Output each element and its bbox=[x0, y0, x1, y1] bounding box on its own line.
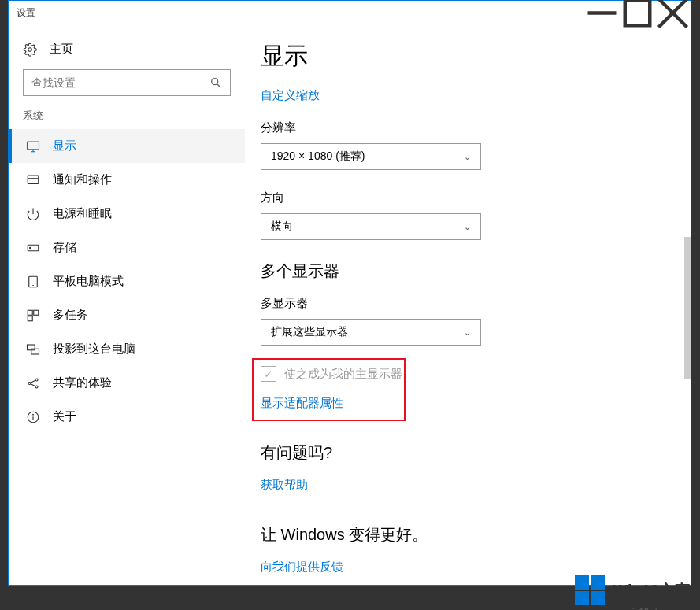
gear-icon bbox=[23, 43, 37, 57]
svg-rect-10 bbox=[28, 176, 39, 184]
svg-rect-18 bbox=[34, 310, 39, 315]
sidebar-item-display[interactable]: 显示 bbox=[9, 129, 245, 163]
nav-label: 电源和睡眠 bbox=[53, 206, 112, 221]
page-title: 显示 bbox=[261, 40, 691, 72]
svg-rect-17 bbox=[28, 310, 32, 315]
nav-label: 共享的体验 bbox=[53, 375, 112, 390]
nav-label: 关于 bbox=[53, 409, 76, 424]
svg-point-29 bbox=[33, 414, 34, 415]
close-button[interactable] bbox=[655, 1, 691, 24]
search-icon bbox=[209, 76, 222, 89]
search-input[interactable] bbox=[23, 69, 231, 96]
settings-window: 设置 主页 系统 bbox=[8, 0, 691, 586]
share-icon bbox=[26, 376, 40, 390]
help-heading: 有问题吗? bbox=[261, 442, 691, 464]
sidebar-item-multitask[interactable]: 多任务 bbox=[9, 298, 245, 332]
sidebar-item-share[interactable]: 共享的体验 bbox=[9, 366, 245, 400]
chevron-down-icon: ⌄ bbox=[464, 222, 471, 232]
home-button[interactable]: 主页 bbox=[9, 32, 245, 66]
multi-label: 多显示器 bbox=[261, 296, 691, 311]
resolution-select[interactable]: 1920 × 1080 (推荐) ⌄ bbox=[261, 143, 481, 170]
project-icon bbox=[26, 342, 40, 357]
power-icon bbox=[26, 207, 40, 221]
svg-rect-1 bbox=[625, 0, 650, 25]
nav-label: 平板电脑模式 bbox=[53, 274, 124, 289]
nav-label: 投影到这台电脑 bbox=[53, 342, 135, 357]
resolution-value: 1920 × 1080 (推荐) bbox=[271, 150, 365, 164]
tablet-icon bbox=[26, 275, 40, 289]
get-help-link[interactable]: 获取帮助 bbox=[261, 478, 691, 493]
orientation-select[interactable]: 横向 ⌄ bbox=[261, 213, 481, 240]
info-icon bbox=[26, 410, 40, 424]
chevron-down-icon: ⌄ bbox=[464, 327, 471, 338]
svg-line-6 bbox=[217, 84, 220, 87]
minimize-button[interactable] bbox=[584, 1, 620, 24]
svg-rect-19 bbox=[28, 316, 32, 320]
feedback-heading: 让 Windows 变得更好。 bbox=[261, 524, 691, 545]
feedback-link[interactable]: 向我们提供反馈 bbox=[261, 560, 691, 575]
nav-label: 存储 bbox=[53, 240, 76, 255]
svg-point-14 bbox=[30, 247, 31, 249]
nav-label: 多任务 bbox=[53, 308, 88, 323]
svg-point-23 bbox=[35, 379, 38, 381]
window-title: 设置 bbox=[17, 6, 35, 20]
main-panel: 显示 自定义缩放 分辨率 1920 × 1080 (推荐) ⌄ 方向 横向 ⌄ … bbox=[245, 24, 691, 585]
search-field[interactable] bbox=[31, 76, 209, 89]
nav-list: 显示 通知和操作 电源和睡眠 存储 平板电脑模式 bbox=[9, 129, 245, 434]
maximize-button[interactable] bbox=[620, 1, 655, 24]
monitor-icon bbox=[26, 139, 40, 153]
svg-rect-7 bbox=[28, 142, 39, 150]
scrollbar[interactable] bbox=[684, 237, 691, 379]
sidebar-item-about[interactable]: 关于 bbox=[9, 400, 245, 434]
svg-line-25 bbox=[31, 380, 35, 383]
svg-line-26 bbox=[31, 383, 35, 386]
adapter-properties-link[interactable]: 显示适配器属性 bbox=[261, 396, 691, 411]
window-controls bbox=[584, 1, 691, 24]
multi-select[interactable]: 扩展这些显示器 ⌄ bbox=[261, 319, 481, 346]
orientation-value: 横向 bbox=[271, 220, 293, 234]
chevron-down-icon: ⌄ bbox=[464, 152, 471, 162]
titlebar: 设置 bbox=[9, 1, 691, 24]
sidebar-item-notifications[interactable]: 通知和操作 bbox=[9, 163, 245, 197]
make-main-label: 使之成为我的主显示器 bbox=[284, 367, 402, 382]
make-main-checkbox: ✓ bbox=[261, 366, 276, 382]
sidebar-item-storage[interactable]: 存储 bbox=[9, 231, 245, 264]
sidebar-item-project[interactable]: 投影到这台电脑 bbox=[9, 332, 245, 366]
orientation-label: 方向 bbox=[261, 190, 691, 205]
windows-logo-icon bbox=[575, 575, 605, 605]
multi-heading: 多个显示器 bbox=[261, 261, 691, 282]
svg-point-4 bbox=[28, 47, 32, 51]
svg-point-5 bbox=[212, 79, 218, 85]
storage-icon bbox=[26, 241, 40, 255]
svg-point-24 bbox=[35, 386, 38, 388]
svg-point-22 bbox=[28, 382, 31, 384]
sidebar-item-power[interactable]: 电源和睡眠 bbox=[9, 197, 245, 231]
watermark-text: Win10之家 bbox=[613, 580, 691, 601]
custom-scaling-link[interactable]: 自定义缩放 bbox=[261, 88, 691, 103]
make-main-row: ✓ 使之成为我的主显示器 bbox=[261, 366, 691, 382]
sidebar: 主页 系统 显示 通知和操作 电源和睡眠 bbox=[9, 24, 245, 585]
resolution-label: 分辨率 bbox=[261, 120, 691, 135]
home-label: 主页 bbox=[50, 42, 73, 57]
multitask-icon bbox=[26, 309, 40, 323]
group-label: 系统 bbox=[9, 109, 245, 129]
notification-icon bbox=[26, 173, 40, 187]
content-area: 主页 系统 显示 通知和操作 电源和睡眠 bbox=[9, 24, 691, 585]
sidebar-item-tablet[interactable]: 平板电脑模式 bbox=[9, 264, 245, 298]
multi-value: 扩展这些显示器 bbox=[271, 325, 348, 339]
nav-label: 显示 bbox=[53, 139, 76, 153]
watermark-url: www.win10xitong.com bbox=[606, 607, 691, 610]
nav-label: 通知和操作 bbox=[53, 172, 112, 187]
watermark: Win10之家 www.win10xitong.com bbox=[575, 575, 691, 605]
